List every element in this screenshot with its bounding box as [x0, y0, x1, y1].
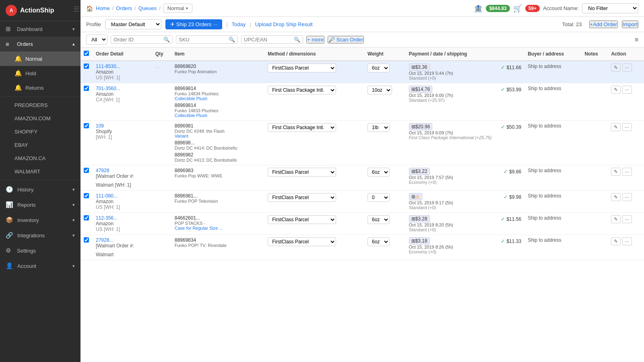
sidebar-item-ebay[interactable]: EBAY	[0, 138, 80, 152]
sidebar-logo[interactable]: A ActionShip	[0, 0, 80, 21]
sidebar-item-inventory[interactable]: 📦 Inventory ▾	[0, 212, 80, 228]
current-queue-select[interactable]: Normal ▾	[163, 4, 192, 13]
sidebar-item-reports[interactable]: 📊 Reports ▾	[0, 197, 80, 212]
row4-edit-button[interactable]: ✎	[611, 168, 621, 176]
row1-edit-button[interactable]: ✎	[611, 64, 621, 72]
row7-method-select[interactable]: FirstClass Parcel	[268, 237, 336, 246]
sidebar-item-dashboard[interactable]: ⊞ Dashboard ▾	[0, 21, 80, 37]
row3-wh: [WH: 1]	[96, 134, 149, 140]
breadcrumb-orders[interactable]: Orders	[116, 5, 132, 11]
import-button[interactable]: Import	[622, 21, 638, 28]
row5-order-id[interactable]: 111-080...	[96, 193, 149, 199]
bank-icon[interactable]: 🏦	[474, 4, 483, 13]
row2-weight-select[interactable]: 10oz	[367, 86, 392, 95]
row3-edit-button[interactable]: ✎	[611, 123, 621, 131]
sidebar-item-integrations[interactable]: 🔗 Integrations ▾	[0, 228, 80, 243]
scan-order-button[interactable]: 🔎 Scan Order	[328, 36, 364, 43]
topbar: 🏠 Home / Orders / Queues / Normal ▾ 🏦 $8…	[80, 0, 644, 17]
row5-qty	[152, 191, 171, 213]
row7-order-id[interactable]: 27928...	[96, 237, 149, 243]
row6-weight-select[interactable]: 6oz	[367, 215, 390, 224]
balance-badge[interactable]: $844.83	[486, 5, 510, 12]
row7-ship-to: Ship to address	[528, 237, 561, 243]
sidebar-item-settings[interactable]: ⚙ Settings	[0, 243, 80, 258]
more-filters-button[interactable]: + more	[306, 36, 324, 43]
row2-edit-button[interactable]: ✎	[611, 86, 621, 94]
sidebar-item-preorders[interactable]: PREORDERS	[0, 99, 80, 112]
row7-item-id: 88969834	[175, 237, 261, 243]
table-row: 111-080... Amazon US [WH: 1] 8896981... …	[80, 191, 644, 213]
sidebar-item-hold[interactable]: 🔔 Hold	[0, 66, 80, 80]
row1-more-button[interactable]: ···	[622, 64, 632, 72]
sidebar-label-preorders: PREORDERS	[14, 102, 47, 108]
row5-method-select[interactable]: FirstClass Parcel	[268, 193, 336, 202]
row4-method-select[interactable]: FirstClass Parcel	[268, 168, 336, 177]
row7-checkbox[interactable]	[84, 237, 89, 243]
row4-more-button[interactable]: ···	[622, 168, 632, 176]
row6-checkbox[interactable]	[84, 215, 89, 220]
row5-weight-select[interactable]: 0	[367, 193, 390, 202]
breadcrumb-home[interactable]: Home	[96, 5, 110, 11]
row3-more-button[interactable]: ···	[622, 123, 632, 131]
notifications-icon[interactable]: 🛒	[513, 4, 522, 13]
row5-checkbox[interactable]	[84, 193, 89, 198]
row2-order-id[interactable]: 701-3560...	[96, 86, 149, 91]
grid-view-icon[interactable]: ≡	[635, 36, 638, 43]
sidebar-item-history[interactable]: 🕐 History ▾	[0, 182, 80, 197]
row1-method-select[interactable]: FirstClass Parcel	[268, 64, 336, 72]
orders-icon: ≡	[6, 41, 13, 47]
row4-order-id[interactable]: 47928	[96, 168, 149, 173]
notifications-badge[interactable]: 59+	[525, 5, 540, 12]
sidebar-item-orders[interactable]: ≡ Orders ▴	[0, 37, 80, 51]
row5-edit-button[interactable]: ✎	[611, 193, 621, 201]
sidebar-item-returns[interactable]: 🔔 Returns	[0, 80, 80, 95]
filter-type-select[interactable]: All	[86, 35, 107, 45]
filter-select[interactable]: No Filter	[582, 3, 638, 13]
row5-payment: ⊞⚠ ✓ $9.98 Oct 15, 2019 8:17 (5h) Standa…	[406, 191, 524, 213]
row3-checkbox[interactable]	[84, 123, 89, 128]
sidebar-item-amazon-ca[interactable]: AMAZON.CA	[0, 152, 80, 165]
row1-checkbox[interactable]	[84, 64, 89, 69]
row2-method-select[interactable]: First Class Package Intl.	[268, 86, 336, 95]
profile-select[interactable]: Master Default	[105, 19, 161, 29]
row1-weight-select[interactable]: 6oz	[367, 64, 390, 72]
hamburger-icon[interactable]: ☰	[73, 5, 80, 14]
row7-more-button[interactable]: ···	[622, 237, 632, 245]
sidebar-item-account[interactable]: 👤 Account ▾	[0, 258, 80, 274]
row6-source: Amazon	[96, 221, 149, 226]
today-button[interactable]: Today	[232, 21, 246, 27]
sidebar: A ActionShip ⊞ Dashboard ▾ ≡ Orders ▴ 🔔 …	[0, 0, 80, 362]
row3-order-id[interactable]: 109	[96, 123, 149, 129]
row6-order-id[interactable]: 112-356...	[96, 215, 149, 221]
sidebar-item-amazon[interactable]: AMAZON.COM	[0, 112, 80, 125]
sidebar-item-normal[interactable]: 🔔 Normal	[0, 51, 80, 66]
order-id-input[interactable]	[114, 37, 162, 43]
row2-more-button[interactable]: ···	[622, 86, 632, 94]
sidebar-label-shopify: SHOPIFY	[14, 129, 37, 135]
row5-notes	[581, 191, 608, 213]
row4-weight-select[interactable]: 6oz	[367, 168, 390, 177]
row7-date: Oct 15, 2019 8:26 (5h)	[409, 245, 521, 249]
sidebar-item-walmart[interactable]: WALMART	[0, 165, 80, 178]
breadcrumb-queues[interactable]: Queues	[138, 5, 157, 11]
row3-method-select[interactable]: First Class Package Intl.	[268, 123, 336, 132]
upload-drop-ship-button[interactable]: Upload Drop Ship Result	[255, 21, 313, 27]
row2-checkbox[interactable]	[84, 86, 89, 91]
upc-input[interactable]	[244, 37, 292, 43]
row6-method-select[interactable]: FirstClass Parcel	[268, 215, 336, 224]
row6-edit-button[interactable]: ✎	[611, 215, 621, 223]
row7-buyer: Ship to address	[524, 235, 581, 260]
sidebar-item-shopify[interactable]: SHOPIFY	[0, 125, 80, 138]
sku-input[interactable]	[179, 37, 227, 43]
row1-order-id[interactable]: 111-8530...	[96, 64, 149, 69]
row6-more-button[interactable]: ···	[622, 215, 632, 223]
row7-edit-button[interactable]: ✎	[611, 237, 621, 245]
select-all-checkbox[interactable]	[84, 51, 89, 56]
row4-checkbox[interactable]	[84, 168, 89, 173]
row3-weight-select[interactable]: 1lb	[367, 123, 390, 132]
ship-orders-button[interactable]: ✈ Ship 23 Orders ···	[165, 19, 222, 29]
row5-more-button[interactable]: ···	[622, 193, 632, 201]
row7-weight-select[interactable]: 6oz	[367, 237, 390, 246]
add-order-button[interactable]: +Add Order	[589, 21, 618, 28]
row5-wh: US [WH: 1]	[96, 204, 149, 210]
